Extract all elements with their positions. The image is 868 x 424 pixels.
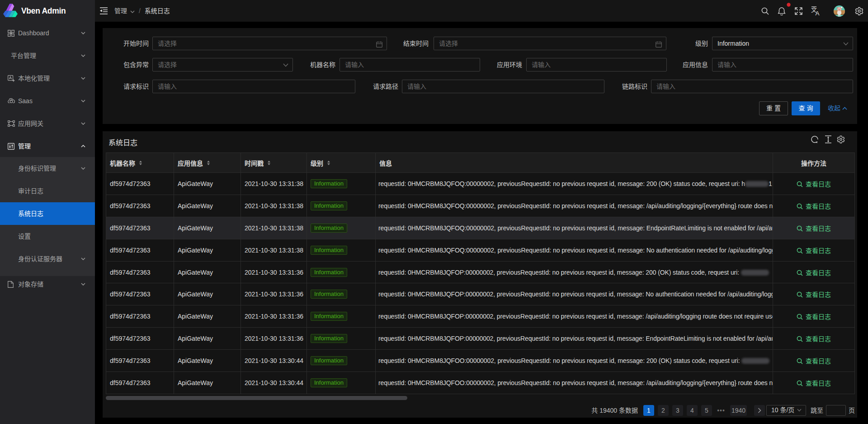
svg-text:A: A [816,10,820,16]
